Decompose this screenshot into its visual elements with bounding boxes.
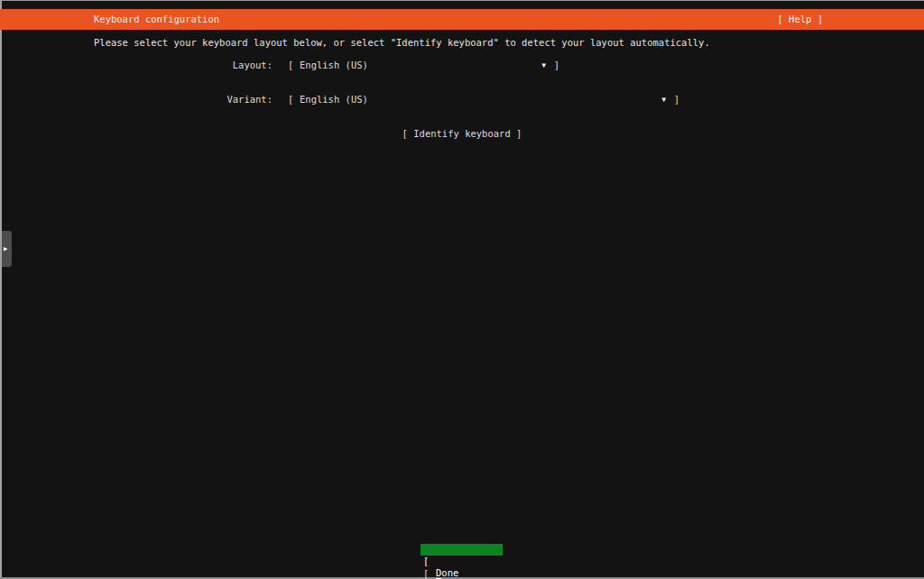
installer-screen: Keyboard configuration [ Help ] Please s… bbox=[0, 0, 924, 579]
variant-select[interactable]: [ English (US) ▼ ] bbox=[288, 94, 679, 106]
side-drawer-tab[interactable]: ▶ bbox=[2, 231, 12, 267]
chevron-down-icon: ▼ bbox=[661, 95, 666, 106]
window-border-left bbox=[0, 0, 2, 579]
drawer-expand-arrow-icon: ▶ bbox=[4, 245, 7, 253]
back-button[interactable]: [ Back ] bbox=[420, 556, 503, 568]
header-bar: Keyboard configuration [ Help ] bbox=[0, 9, 924, 30]
layout-select-bracket-open: [ bbox=[288, 60, 293, 71]
help-button[interactable]: [ Help ] bbox=[777, 9, 823, 30]
layout-select-value: English (US) bbox=[300, 60, 368, 71]
back-bracket-open: [ bbox=[423, 568, 429, 579]
done-button[interactable]: [ Done ] bbox=[420, 544, 503, 556]
variant-select-bracket-close: ] bbox=[674, 94, 679, 106]
identify-keyboard-button[interactable]: [ Identify keyboard ] bbox=[402, 128, 522, 140]
layout-select-bracket-close: ] bbox=[554, 60, 559, 71]
variant-select-value: English (US) bbox=[300, 94, 368, 106]
instruction-text: Please select your keyboard layout below… bbox=[94, 37, 710, 49]
layout-label: Layout: bbox=[94, 60, 273, 71]
layout-select[interactable]: [ English (US) ▼ ] bbox=[288, 60, 559, 71]
variant-select-bracket-open: [ bbox=[288, 94, 293, 106]
identify-row: [ Identify keyboard ] bbox=[0, 128, 924, 140]
chevron-down-icon: ▼ bbox=[541, 60, 546, 71]
page-title: Keyboard configuration bbox=[94, 9, 219, 30]
window-border-top bbox=[0, 0, 924, 1]
variant-label: Variant: bbox=[94, 94, 273, 106]
done-label-rest: one bbox=[441, 567, 458, 578]
